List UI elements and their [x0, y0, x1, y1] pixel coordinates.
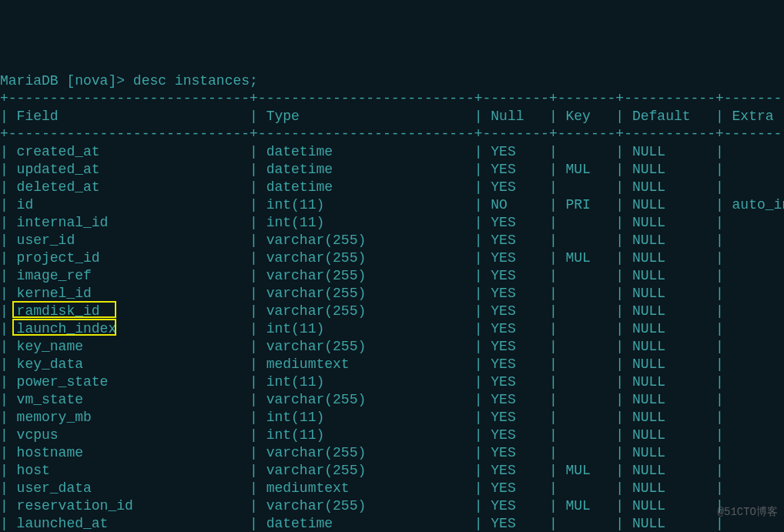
watermark: @51CTO博客 — [718, 504, 778, 521]
terminal-output: MariaDB [nova]> desc instances; +-------… — [0, 72, 784, 532]
